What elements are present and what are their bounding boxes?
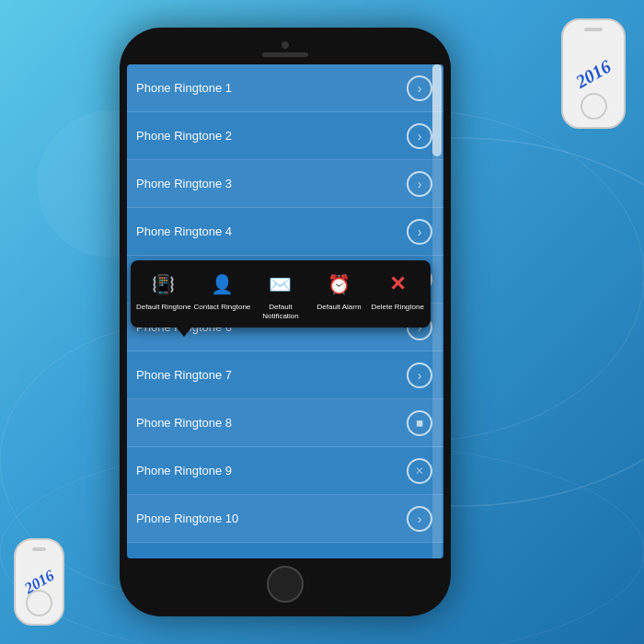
ringtone-btn-9[interactable]: ✕: [407, 458, 432, 484]
phone-shell-bottom-left: 2016: [14, 538, 64, 626]
year-label-bottom-left: 2016: [21, 566, 57, 597]
ringtone-item[interactable]: Phone Ringtone 3›: [127, 160, 443, 208]
ringtone-item[interactable]: Phone Ringtone 9✕: [127, 447, 443, 495]
phone-home-button[interactable]: [267, 566, 304, 603]
ctx-item-default-ringtone[interactable]: 📳Default Ringtone: [134, 268, 193, 312]
phone-shell-top-right: 2016: [561, 18, 626, 129]
ringtone-btn-10[interactable]: ›: [407, 506, 432, 532]
ctx-item-default-alarm[interactable]: ⏰Default Alarm: [310, 268, 369, 312]
ringtone-btn-1[interactable]: ›: [407, 75, 432, 101]
ctx-label-delete-ringtone: Delete Ringtone: [371, 303, 423, 312]
ringtone-btn-7[interactable]: ›: [407, 362, 432, 388]
ringtone-btn-3[interactable]: ›: [407, 171, 432, 197]
ringtone-item[interactable]: Phone Ringtone 7›: [127, 351, 443, 399]
ringtone-item[interactable]: Phone Ringtone 8◼: [127, 399, 443, 447]
ringtone-name-8: Phone Ringtone 8: [136, 416, 407, 430]
ringtone-item[interactable]: Phone Ringtone 4›: [127, 208, 443, 256]
ctx-icon-default-ringtone: 📳: [147, 268, 180, 301]
scrollbar-thumb[interactable]: [432, 64, 442, 156]
ringtone-item[interactable]: Phone Ringtone 1›: [127, 64, 443, 112]
ctx-item-contact-ringtone[interactable]: 👤Contact Ringtone: [193, 268, 252, 312]
main-phone: Phone Ringtone 1›Phone Ringtone 2›Phone …: [120, 28, 451, 616]
ringtone-item[interactable]: Phone Ringtone 10›: [127, 495, 443, 543]
ringtone-item[interactable]: Phone Ringtone 2›: [127, 112, 443, 160]
ringtone-name-2: Phone Ringtone 2: [136, 129, 407, 143]
ctx-item-delete-ringtone[interactable]: ✕Delete Ringtone: [368, 268, 427, 312]
ctx-icon-default-notification: ✉️: [264, 268, 297, 301]
scrollbar-track[interactable]: [432, 64, 442, 558]
ringtone-btn-2[interactable]: ›: [407, 123, 432, 149]
ringtone-name-9: Phone Ringtone 9: [136, 464, 407, 477]
bg-phone-top-right: 2016: [561, 18, 626, 129]
ctx-label-default-alarm: Default Alarm: [317, 303, 362, 312]
phone-camera: [282, 41, 289, 49]
ctx-icon-delete-ringtone: ✕: [381, 268, 414, 301]
context-menu: 📳Default Ringtone👤Contact Ringtone✉️Defa…: [131, 260, 431, 328]
ctx-label-default-ringtone: Default Ringtone: [136, 303, 191, 312]
ctx-icon-default-alarm: ⏰: [323, 268, 356, 301]
ctx-label-default-notification: Default Notification: [251, 303, 310, 320]
ringtone-name-4: Phone Ringtone 4: [136, 224, 407, 238]
ctx-item-default-notification[interactable]: ✉️Default Notification: [251, 268, 310, 320]
ringtone-name-10: Phone Ringtone 10: [136, 512, 407, 525]
bg-phone-bottom-left: 2016: [14, 538, 64, 626]
year-label-top-right: 2016: [572, 55, 615, 92]
ringtone-btn-4[interactable]: ›: [407, 219, 432, 245]
ctx-label-contact-ringtone: Contact Ringtone: [193, 303, 250, 312]
phone-speaker: [262, 52, 308, 57]
ringtone-name-1: Phone Ringtone 1: [136, 81, 407, 95]
ctx-icon-contact-ringtone: 👤: [205, 268, 238, 301]
ringtone-name-7: Phone Ringtone 7: [136, 368, 407, 382]
ringtone-btn-8[interactable]: ◼: [407, 410, 432, 436]
ringtone-name-3: Phone Ringtone 3: [136, 177, 407, 190]
ringtone-list: Phone Ringtone 1›Phone Ringtone 2›Phone …: [127, 64, 443, 558]
phone-screen: Phone Ringtone 1›Phone Ringtone 2›Phone …: [127, 64, 443, 558]
